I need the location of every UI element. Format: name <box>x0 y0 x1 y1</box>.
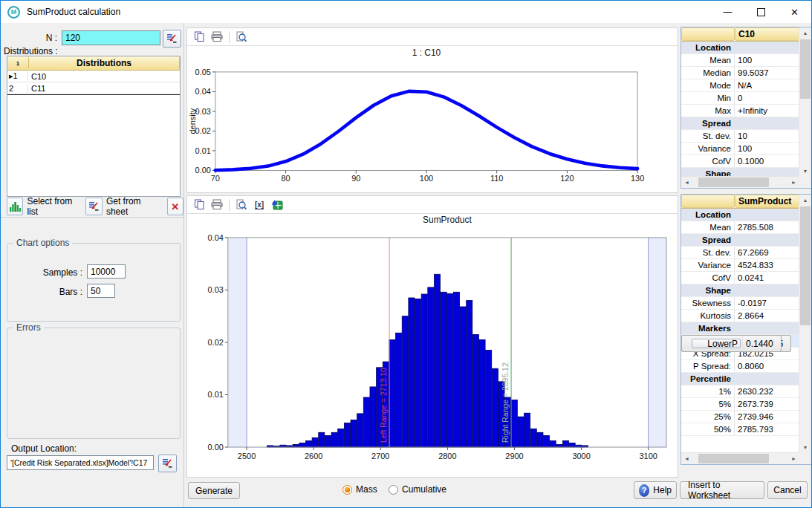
title-bar: M SumProduct calculation — ✕ <box>1 1 811 23</box>
zoom-chart-button[interactable] <box>233 198 250 212</box>
export-to-excel-button[interactable] <box>268 198 286 212</box>
minimize-button[interactable]: — <box>711 1 744 23</box>
n-input[interactable] <box>62 30 160 45</box>
n-range-picker-button[interactable] <box>163 30 181 48</box>
errors-group: Errors <box>7 328 181 439</box>
scroll-down-icon[interactable]: ▼ <box>799 442 811 453</box>
left-divider <box>1 217 183 218</box>
x-axis-icon: [x] <box>255 201 264 209</box>
get-from-sheet-button[interactable] <box>85 198 102 215</box>
print-chart-button[interactable] <box>208 198 226 212</box>
copy-chart-button[interactable] <box>190 30 208 45</box>
distributions-header: 1 Distributions <box>7 56 180 71</box>
generate-label: Generate <box>195 486 233 496</box>
errors-title: Errors <box>13 322 44 333</box>
stats-row: St. dev.10 <box>681 130 799 143</box>
select-from-list-label[interactable]: Select from list <box>27 196 77 217</box>
stats-row: Median99.5037 <box>681 67 799 79</box>
toolbar-separator <box>229 199 230 211</box>
svg-text:70: 70 <box>211 174 220 183</box>
delete-distribution-button[interactable]: ✕ <box>167 198 183 215</box>
chart-options-title: Chart options <box>13 238 72 248</box>
bars-input[interactable] <box>87 284 115 298</box>
select-from-list-button[interactable] <box>7 198 23 215</box>
stats-row: Variance100 <box>681 143 799 155</box>
table-row[interactable]: 2C11 <box>7 82 180 94</box>
scroll-right-icon[interactable]: ► <box>788 453 799 464</box>
mass-radio-group[interactable]: Mass <box>342 484 377 495</box>
svg-text:0.02: 0.02 <box>208 338 224 347</box>
index-column-header[interactable]: 1 <box>7 56 29 70</box>
scroll-left-icon[interactable]: ◄ <box>681 453 692 464</box>
svg-text:90: 90 <box>351 174 360 183</box>
distributions-table: 1 Distributions ▸1C102C11 <box>7 56 181 197</box>
insert-to-worksheet-label: Insert to Worksheet <box>688 480 756 501</box>
vertical-scrollbar[interactable]: ▲ ▼ <box>799 195 811 453</box>
cumulative-radio-group[interactable]: Cumulative <box>389 484 446 495</box>
stats-row: Location <box>681 209 799 221</box>
zoom-chart-button[interactable] <box>233 30 250 45</box>
scrollbar-corner <box>799 453 811 464</box>
maximize-icon <box>757 8 765 16</box>
scroll-up-icon[interactable]: ▲ <box>799 195 811 206</box>
horizontal-scrollbar[interactable]: ◄ ► <box>681 452 799 464</box>
svg-text:2800: 2800 <box>438 452 456 460</box>
maximize-button[interactable] <box>744 1 778 23</box>
copy-chart-button[interactable] <box>190 198 208 212</box>
scroll-thumb[interactable] <box>800 39 811 99</box>
get-from-sheet-label[interactable]: Get from sheet <box>106 196 157 217</box>
svg-text:2900: 2900 <box>505 452 523 460</box>
insert-to-worksheet-button[interactable]: Insert to Worksheet <box>680 481 764 499</box>
svg-text:0.01: 0.01 <box>195 146 211 155</box>
scroll-thumb[interactable] <box>698 178 769 187</box>
svg-text:0.01: 0.01 <box>208 390 224 399</box>
scroll-up-icon[interactable]: ▲ <box>799 27 811 39</box>
horizontal-scrollbar[interactable]: ◄ ► <box>681 176 799 188</box>
stats-panel-sumproduct: SumProduct LocationMean2785.508SpreadSt.… <box>681 194 812 465</box>
generate-button[interactable]: Generate <box>188 482 240 499</box>
svg-text:SumProduct: SumProduct <box>423 215 472 225</box>
cumulative-label[interactable]: Cumulative <box>402 484 446 495</box>
mass-label[interactable]: Mass <box>356 484 377 495</box>
scroll-left-icon[interactable]: ◄ <box>681 177 692 188</box>
table-end-line <box>7 94 180 95</box>
red-x-icon: ✕ <box>171 201 179 212</box>
mass-radio[interactable] <box>342 485 352 495</box>
x-axis-settings-button[interactable]: [x] <box>250 198 268 212</box>
bottom-chart: SumProductLeft Range = 2713.10Right Rang… <box>187 213 678 476</box>
svg-text:3100: 3100 <box>640 452 657 460</box>
stats-header: SumProduct <box>681 195 799 209</box>
stats-row: 50%2785.793 <box>681 423 799 436</box>
stats-row: CofV0.1000 <box>681 155 799 168</box>
stats-row[interactable]: LowerP0.1440 <box>681 335 782 352</box>
cumulative-radio[interactable] <box>389 485 398 495</box>
svg-text:120: 120 <box>560 174 574 183</box>
scroll-down-icon[interactable]: ▼ <box>799 166 811 177</box>
svg-text:130: 130 <box>631 174 644 183</box>
scroll-right-icon[interactable]: ► <box>788 177 799 188</box>
svg-text:0.04: 0.04 <box>208 233 224 242</box>
vertical-scrollbar[interactable]: ▲ ▼ <box>799 27 811 177</box>
samples-input[interactable] <box>87 264 126 279</box>
output-range-picker-button[interactable] <box>158 455 177 472</box>
stats-row: Markers <box>681 322 799 335</box>
scroll-thumb[interactable] <box>800 206 811 325</box>
output-location-input[interactable] <box>7 455 154 470</box>
stats-row: Shape <box>681 284 799 297</box>
stats-row: St. dev.67.2669 <box>681 247 799 259</box>
stats-row: CofV0.0241 <box>681 272 799 284</box>
stats-top-rows: LocationMean100Median99.5037ModeN/AMin0M… <box>681 42 799 177</box>
chart-options-group: Chart options <box>7 243 181 322</box>
print-chart-button[interactable] <box>208 30 226 45</box>
distributions-column-header[interactable]: Distributions <box>29 56 180 70</box>
help-button[interactable]: ? Help <box>634 481 677 499</box>
svg-text:2500: 2500 <box>238 452 256 460</box>
cancel-button[interactable]: Cancel <box>767 481 808 499</box>
stats-row: Variance4524.833 <box>681 259 799 272</box>
scroll-thumb[interactable] <box>698 454 769 463</box>
stats-row: 5%2673.739 <box>681 398 799 411</box>
stats-panel-c10: C10 LocationMean100Median99.5037ModeN/AM… <box>681 27 812 189</box>
table-row[interactable]: ▸1C10 <box>7 71 180 82</box>
close-button[interactable]: ✕ <box>778 1 811 23</box>
cancel-label: Cancel <box>773 485 801 495</box>
